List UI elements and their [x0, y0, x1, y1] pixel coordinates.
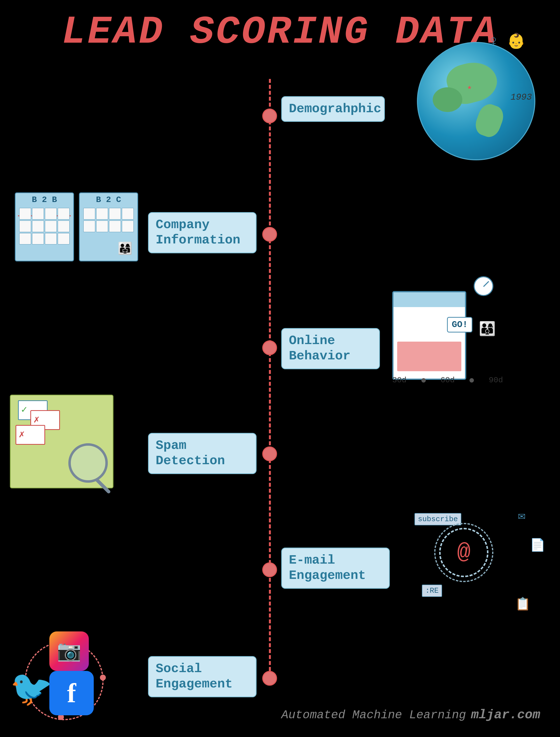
timeline-30d: 30d [392, 375, 407, 385]
window [109, 221, 121, 232]
node-spam [262, 446, 277, 461]
landmass2 [433, 87, 462, 112]
page: LEAD SCORING DATA Demograhphic ♀ 👶 ★ 199… [0, 0, 560, 737]
globe-year: 1993 [511, 92, 532, 102]
landmass3 [472, 101, 506, 140]
re-tag: :RE [422, 584, 442, 597]
b2b-b2c-container: B 2 B B 2 C [15, 192, 138, 262]
phone-screen: GO! [392, 291, 466, 380]
node-online [262, 341, 277, 355]
window [19, 233, 31, 245]
timeline-bar: 30d 60d 90d [392, 375, 525, 385]
x-mark2: ✗ [19, 428, 25, 440]
label-online: OnlineBehavior [281, 328, 380, 369]
b2b-label: B 2 B [32, 195, 57, 205]
timeline-dot2 [469, 378, 474, 382]
window [122, 208, 134, 220]
globe: ★ 1993 [417, 42, 535, 160]
phone-content-block [397, 342, 461, 371]
twitter-icon: 🐦 [10, 668, 53, 710]
instagram-symbol: 📷 [57, 639, 81, 663]
timeline-90d: 90d [489, 375, 503, 385]
label-spam: Spam Detection [148, 433, 257, 474]
subscribe-tag: subscribe [414, 513, 461, 525]
social-dot2 [100, 675, 106, 680]
check-mark: ✓ [21, 403, 27, 415]
facebook-icon: f [49, 671, 94, 715]
spam-envelope-x2: ✗ [16, 425, 45, 445]
window [32, 233, 44, 245]
window [109, 208, 121, 220]
email-illustration: subscribe @ :RE ✉ 📄 📋 [407, 508, 545, 622]
window [45, 208, 57, 220]
node-demographic [262, 109, 277, 123]
window [96, 208, 108, 220]
center-timeline [269, 79, 271, 671]
instagram-icon: 📷 [49, 631, 89, 671]
label-social: SocialEngagement [148, 656, 257, 697]
window [83, 221, 95, 232]
window [32, 208, 44, 220]
b2b-box: B 2 B [15, 192, 74, 262]
node-email [262, 562, 277, 577]
label-email: E-mailEngagement [281, 547, 390, 589]
window [58, 221, 70, 232]
footer-brand: mljar.com [471, 708, 540, 722]
timeline-60d: 60d [441, 375, 455, 385]
window [122, 221, 134, 232]
label-demographic: Demograhphic [281, 96, 385, 122]
clock-icon [474, 276, 493, 296]
window [32, 221, 44, 232]
facebook-letter: f [67, 678, 76, 709]
email-send-icon: ✉ [518, 508, 525, 523]
globe-illustration: ♀ 👶 ★ 1993 [392, 32, 535, 160]
globe-star: ★ [467, 82, 473, 88]
email-reply-icon: 📋 [515, 597, 530, 612]
node-social [262, 671, 277, 686]
window [58, 208, 70, 220]
phone-header [393, 292, 465, 307]
x-mark1: ✗ [34, 413, 39, 425]
footer-tagline: Automated Machine Learning [281, 708, 466, 722]
window [96, 221, 108, 232]
window [45, 221, 57, 232]
magnify-handle [95, 478, 111, 494]
spam-illustration: ✓ ✗ ✗ [10, 394, 113, 488]
magnify-glass [68, 443, 108, 483]
clock-hand [483, 281, 489, 287]
go-button: GO! [447, 317, 472, 333]
phone-illustration: GO! 👨‍👩‍👦 30d 60d 90d [392, 281, 501, 385]
timeline-dot1 [421, 378, 426, 382]
b2c-label: B 2 C [96, 195, 121, 205]
label-company: CompanyInformation [148, 212, 257, 253]
window [83, 208, 95, 220]
node-company [262, 227, 277, 242]
building-grid [19, 208, 70, 257]
window [19, 208, 31, 220]
b2c-box: B 2 C 👨‍👩‍👧 [79, 192, 138, 262]
window [45, 233, 57, 245]
window [19, 221, 31, 232]
window [58, 233, 70, 245]
at-symbol: @ [439, 528, 488, 577]
b2c-people-figure: 👨‍👩‍👧 [118, 242, 132, 256]
email-receive-icon: 📄 [530, 538, 545, 553]
social-illustration: 🐦 📷 f [10, 626, 118, 720]
footer: Automated Machine Learning mljar.com [281, 708, 540, 722]
online-family-icon: 👨‍👩‍👦 [479, 321, 496, 338]
